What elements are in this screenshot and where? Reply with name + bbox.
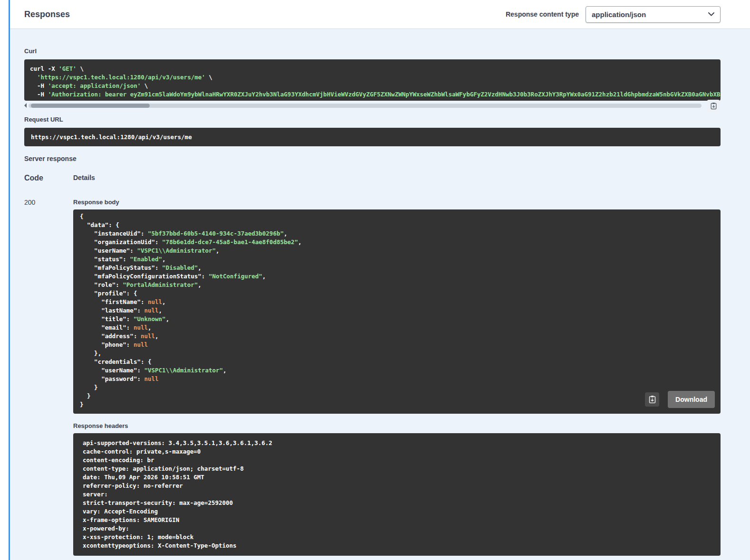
response-header-line: x-xss-protection: 1; mode=block [83, 533, 711, 541]
server-response-label: Server response [24, 155, 721, 162]
response-content-type-select[interactable]: application/json [586, 6, 721, 23]
content-type-controls: Response content type application/json [506, 6, 721, 23]
request-url-block: https://vspc1.tech.local:1280/api/v3/use… [24, 128, 721, 146]
response-header-line: x-powered-by: [83, 524, 711, 533]
curl-label: Curl [24, 47, 721, 55]
code-line: }, [80, 349, 714, 358]
curl-command-block: curl -X 'GET' \ 'https://vspc1.tech.loca… [24, 59, 721, 101]
response-header-line: cache-control: private,s-maxage=0 [83, 447, 711, 456]
status-code-value: 200 [24, 194, 73, 206]
code-line: -H 'Authorization: bearer eyZm91cm5laWdo… [30, 90, 715, 99]
scrollbar-track[interactable] [29, 104, 702, 108]
code-line: { [80, 212, 714, 221]
response-header-line: strict-transport-security: max-age=25920… [83, 499, 711, 507]
code-line: "lastName": null, [80, 306, 714, 315]
code-line: "profile": { [80, 289, 714, 298]
code-line: } [80, 400, 714, 409]
response-headers-label: Response headers [73, 422, 721, 429]
request-url-label: Request URL [24, 116, 721, 123]
code-line: curl -X 'GET' \ [30, 65, 715, 73]
code-line: "password": null [80, 375, 714, 383]
scroll-left-arrow-icon[interactable] [24, 103, 27, 108]
curl-horizontal-scrollbar[interactable] [24, 103, 721, 108]
response-header-line: vary: Accept-Encoding [83, 507, 711, 516]
response-header-line: referrer-policy: no-referrer [83, 482, 711, 490]
response-header-line: content-type: application/json; charset=… [83, 465, 711, 473]
request-url-value: https://vspc1.tech.local:1280/api/v3/use… [31, 133, 192, 141]
code-line: } [80, 383, 714, 392]
details-column-header: Details [73, 174, 721, 182]
code-line: "instanceUid": "5bf37bbd-60b5-4140-934c-… [80, 229, 714, 238]
copy-curl-button[interactable] [707, 100, 720, 112]
code-line: "status": "Enabled", [80, 255, 714, 264]
download-button[interactable]: Download [668, 391, 715, 408]
response-headers-code: api-supported-versions: 3.4,3.5,3.5.1,3.… [83, 439, 711, 550]
code-line: "mfaPolicyConfigurationStatus": "NotConf… [80, 272, 714, 281]
code-column-header: Code [24, 174, 73, 182]
curl-code: curl -X 'GET' \ 'https://vspc1.tech.loca… [30, 65, 715, 99]
response-header-line: xcontenttypeoptions: X-Content-Type-Opti… [83, 541, 711, 550]
response-header-line: date: Thu,09 Apr 2026 10:58:51 GMT [83, 473, 711, 482]
response-details-cell: Response body { "data": { "instanceUid":… [73, 194, 721, 556]
code-line: "email": null, [80, 323, 714, 332]
response-body-actions: Download [645, 391, 715, 408]
response-header-line: api-supported-versions: 3.4,3.5,3.5.1,3.… [83, 439, 711, 447]
code-line: -H 'accept: application/json' \ [30, 82, 715, 90]
code-line: "firstName": null, [80, 298, 714, 306]
responses-body: Curl curl -X 'GET' \ 'https://vspc1.tech… [10, 29, 750, 560]
response-content-type-label: Response content type [506, 10, 579, 18]
code-line: "mfaPolicyStatus": "Disabled", [80, 264, 714, 272]
clipboard-copy-icon [648, 395, 656, 404]
copy-response-button[interactable] [645, 392, 659, 407]
response-header-line: x-frame-options: SAMEORIGIN [83, 516, 711, 524]
response-body-label: Response body [73, 199, 721, 206]
scrollbar-thumb[interactable] [31, 104, 150, 108]
server-response-row: 200 Response body { "data": { "instanceU… [24, 194, 721, 556]
curl-section: curl -X 'GET' \ 'https://vspc1.tech.loca… [24, 59, 721, 108]
content-type-selected-value: application/json [592, 10, 646, 19]
responses-header: Responses Response content type applicat… [10, 0, 750, 29]
response-body-code: { "data": { "instanceUid": "5bf37bbd-60b… [80, 212, 714, 409]
code-line: "userName": "VSPC1\\Administrator", [80, 366, 714, 375]
api-responses-page: Responses Response content type applicat… [0, 0, 750, 560]
clipboard-copy-icon [710, 102, 717, 110]
server-response-table-header: Code Details [24, 174, 721, 182]
code-line: "role": "PortalAdministrator", [80, 281, 714, 289]
operation-responses-section: Responses Response content type applicat… [9, 0, 750, 560]
response-body-block: { "data": { "instanceUid": "5bf37bbd-60b… [73, 209, 721, 414]
code-line: "phone": null [80, 341, 714, 349]
code-line: } [80, 392, 714, 400]
code-line: "userName": "VSPC1\\Administrator", [80, 247, 714, 255]
code-line: "title": "Unknown", [80, 315, 714, 323]
responses-title: Responses [24, 9, 70, 19]
code-line: "data": { [80, 221, 714, 229]
code-line: "address": null, [80, 332, 714, 341]
response-headers-block: api-supported-versions: 3.4,3.5,3.5.1,3.… [73, 433, 721, 556]
code-line: "credentials": { [80, 358, 714, 366]
code-line: 'https://vspc1.tech.local:1280/api/v3/us… [30, 73, 715, 82]
response-header-line: server: [83, 490, 711, 499]
response-header-line: content-encoding: br [83, 456, 711, 465]
chevron-down-icon [708, 12, 714, 16]
code-line: "organizationUid": "78b6e1dd-dce7-45a8-b… [80, 238, 714, 247]
